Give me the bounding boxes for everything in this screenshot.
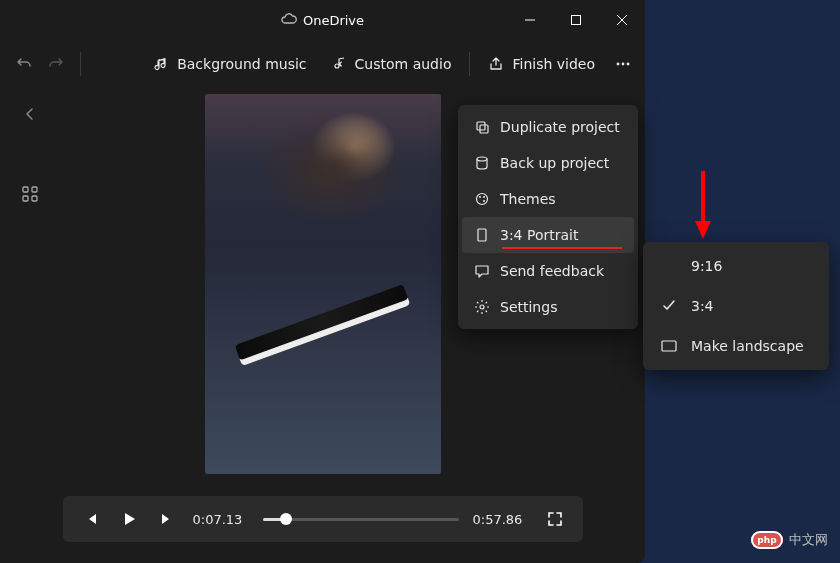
play-button[interactable]: [117, 507, 141, 531]
feedback-icon: [474, 263, 490, 279]
minimize-icon: [525, 15, 535, 25]
more-icon: [615, 56, 631, 72]
svg-rect-9: [23, 196, 28, 201]
svg-point-16: [483, 196, 485, 198]
menu-label: Send feedback: [500, 263, 604, 279]
annotation-arrow: [693, 171, 713, 241]
maximize-icon: [571, 15, 581, 25]
window-controls: [507, 0, 645, 40]
undo-icon[interactable]: [16, 56, 32, 72]
background-music-label: Background music: [177, 56, 306, 72]
menu-label: Back up project: [500, 155, 609, 171]
menu-label: 3:4 Portrait: [500, 227, 578, 243]
menu-aspect-ratio[interactable]: 3:4 Portrait: [462, 217, 634, 253]
landscape-icon: [661, 340, 677, 352]
titlebar-title-group: OneDrive: [281, 12, 364, 28]
finish-video-label: Finish video: [512, 56, 595, 72]
close-icon: [617, 15, 627, 25]
svg-rect-12: [480, 125, 488, 133]
themes-icon: [474, 191, 490, 207]
fullscreen-icon: [547, 511, 563, 527]
play-icon: [121, 511, 137, 527]
more-menu: Duplicate project Back up project Themes…: [458, 105, 638, 329]
minimize-button[interactable]: [507, 0, 553, 40]
svg-point-6: [627, 63, 630, 66]
prev-frame-button[interactable]: [79, 507, 103, 531]
menu-settings[interactable]: Settings: [462, 289, 634, 325]
aspect-icon: [474, 227, 490, 243]
menu-duplicate-project[interactable]: Duplicate project: [462, 109, 634, 145]
svg-rect-11: [477, 122, 485, 130]
php-badge: php: [751, 531, 783, 549]
current-time: 0:07.13: [193, 512, 249, 527]
svg-rect-7: [23, 187, 28, 192]
svg-point-15: [479, 196, 481, 198]
next-frame-button[interactable]: [155, 507, 179, 531]
total-time: 0:57.86: [473, 512, 529, 527]
video-preview[interactable]: [205, 94, 441, 474]
custom-audio-label: Custom audio: [355, 56, 452, 72]
grid-icon: [22, 186, 38, 202]
next-frame-icon: [159, 511, 175, 527]
settings-icon: [474, 299, 490, 315]
redo-icon[interactable]: [48, 56, 64, 72]
menu-themes[interactable]: Themes: [462, 181, 634, 217]
watermark: php 中文网: [751, 531, 828, 549]
svg-point-13: [477, 157, 487, 161]
menu-backup-project[interactable]: Back up project: [462, 145, 634, 181]
aspect-label: 3:4: [691, 298, 714, 314]
svg-rect-10: [32, 196, 37, 201]
aspect-option-landscape[interactable]: Make landscape: [647, 326, 825, 366]
video-thumbnail: [205, 94, 441, 474]
fullscreen-button[interactable]: [543, 507, 567, 531]
toolbar-divider: [80, 52, 81, 76]
chevron-left-icon: [24, 108, 36, 120]
toolbar: Background music Custom audio Finish vid…: [0, 40, 645, 88]
svg-point-17: [483, 200, 485, 202]
menu-label: Themes: [500, 191, 556, 207]
svg-rect-18: [478, 229, 486, 241]
aspect-label: Make landscape: [691, 338, 804, 354]
watermark-text: 中文网: [789, 531, 828, 549]
cloud-icon: [281, 12, 297, 28]
export-icon: [488, 56, 504, 72]
duplicate-icon: [474, 119, 490, 135]
svg-point-4: [617, 63, 620, 66]
menu-label: Settings: [500, 299, 557, 315]
maximize-button[interactable]: [553, 0, 599, 40]
finish-video-button[interactable]: Finish video: [478, 50, 605, 78]
svg-rect-1: [572, 16, 581, 25]
svg-point-5: [622, 63, 625, 66]
back-button[interactable]: [10, 94, 50, 134]
sidebar: [0, 88, 60, 563]
seek-slider[interactable]: [263, 518, 459, 521]
svg-rect-8: [32, 187, 37, 192]
aspect-label: 9:16: [691, 258, 722, 274]
seek-thumb[interactable]: [280, 513, 292, 525]
titlebar: OneDrive: [0, 0, 645, 40]
player-bar: 0:07.13 0:57.86: [63, 496, 583, 542]
menu-send-feedback[interactable]: Send feedback: [462, 253, 634, 289]
annotation-underline: [502, 247, 622, 249]
close-button[interactable]: [599, 0, 645, 40]
svg-point-14: [477, 194, 488, 205]
svg-marker-22: [695, 221, 711, 239]
toolbar-divider-2: [469, 52, 470, 76]
backup-icon: [474, 155, 490, 171]
aspect-option-9-16[interactable]: 9:16: [647, 246, 825, 286]
custom-audio-button[interactable]: Custom audio: [321, 50, 462, 78]
menu-label: Duplicate project: [500, 119, 620, 135]
aspect-ratio-flyout: 9:16 3:4 Make landscape: [643, 242, 829, 370]
svg-rect-20: [662, 341, 676, 351]
background-music-button[interactable]: Background music: [143, 50, 316, 78]
svg-point-19: [480, 305, 484, 309]
prev-frame-icon: [83, 511, 99, 527]
audio-icon: [331, 56, 347, 72]
grid-view-button[interactable]: [10, 174, 50, 214]
check-icon: [661, 299, 677, 313]
aspect-option-3-4[interactable]: 3:4: [647, 286, 825, 326]
more-button[interactable]: [609, 50, 637, 78]
music-icon: [153, 56, 169, 72]
window-title: OneDrive: [303, 13, 364, 28]
